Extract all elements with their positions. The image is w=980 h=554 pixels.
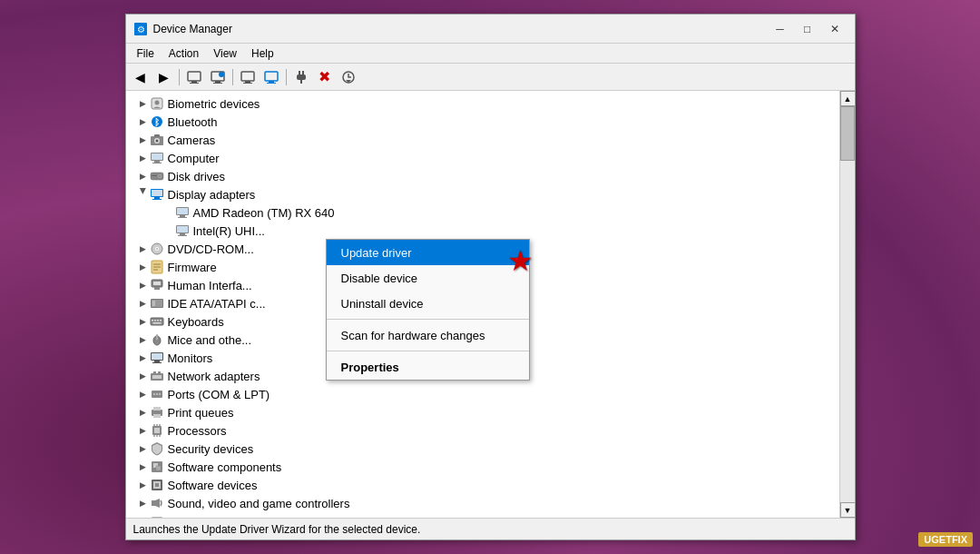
tree-item-intel[interactable]: Intel(R) UHI... [126,222,839,240]
expand-arrow-computer: ▶ [137,153,150,163]
human-label: Human Interfa... [168,279,252,292]
svg-rect-29 [152,153,162,160]
mice-label: Mice and othe... [168,333,252,347]
ctx-properties-label: Properties [341,361,399,374]
expand-arrow-softcomp: ▶ [137,462,150,471]
svg-point-34 [159,175,161,177]
toolbar-btn-monitor2[interactable] [260,67,282,87]
toolbar-btn-plug[interactable] [290,67,312,87]
svg-rect-72 [154,361,160,362]
scroll-thumb[interactable] [840,106,855,161]
security-icon [150,441,164,456]
tree-item-print[interactable]: ▶ Print queues [126,403,839,421]
tree-item-sound[interactable]: ▶ Sound, video and game controllers [126,494,839,512]
watermark-text: UGETFIX [924,534,967,545]
svg-rect-46 [180,233,185,235]
tree-item-processors[interactable]: ▶ Processors [126,421,839,440]
svg-rect-84 [153,414,161,418]
toolbar-separator-2 [232,69,233,85]
close-button[interactable]: ✕ [822,20,848,38]
tree-item-softdev[interactable]: ▶ Software devices [126,476,839,494]
svg-point-80 [156,393,158,395]
svg-point-81 [159,393,161,395]
tree-item-biometric[interactable]: ▶ Biometric devices [126,94,839,113]
toolbar-btn-monitor[interactable] [237,67,259,87]
ctx-uninstall-device-label: Uninstall device [341,297,424,311]
expand-arrow-biometric: ▶ [137,99,150,108]
svg-rect-95 [156,466,161,470]
tree-item-cameras[interactable]: ▶ Cameras [126,131,839,149]
diskdrives-label: Disk drives [168,170,226,183]
biometric-label: Biometric devices [168,97,260,111]
expand-arrow-bluetooth: ▶ [137,117,150,126]
scroll-up-button[interactable]: ▲ [840,91,855,106]
tree-item-amd[interactable]: AMD Radeon (TM) RX 640 [126,203,839,222]
expand-arrow-network: ▶ [137,371,150,381]
svg-text:⚙: ⚙ [136,25,144,35]
scroll-track[interactable] [840,106,855,502]
expand-arrow-security: ▶ [137,444,150,453]
svg-rect-38 [154,197,160,199]
tree-item-security[interactable]: ▶ Security devices [126,440,839,458]
svg-rect-12 [265,72,278,81]
expand-arrow-ide: ▶ [137,299,150,308]
scroll-down-button[interactable]: ▼ [840,502,855,518]
expand-arrow-print: ▶ [137,408,150,417]
ports-label: Ports (COM & LPT) [168,388,270,401]
tree-item-bluetooth[interactable]: ▶ ᛒ Bluetooth [126,113,839,131]
svg-rect-3 [191,81,197,83]
expand-arrow-dvd: ▶ [137,244,150,253]
ctx-uninstall-device[interactable]: Uninstall device [327,291,529,316]
menu-action[interactable]: Action [162,45,206,62]
firmware-icon [150,260,164,274]
sound-icon [150,496,164,510]
softdev-label: Software devices [168,479,258,492]
svg-point-21 [154,101,159,105]
tree-item-storage[interactable]: ▶ Storage controllers [126,512,839,518]
print-label: Print queues [168,406,234,420]
network-icon [150,369,164,383]
maximize-button[interactable]: □ [795,20,820,38]
forward-button[interactable]: ▶ [153,67,175,87]
back-button[interactable]: ◀ [130,67,152,87]
menu-help[interactable]: Help [244,45,281,62]
toolbar-btn-update[interactable] [338,67,359,87]
tree-item-softcomp[interactable]: ▶ Software components [126,458,839,476]
svg-rect-71 [152,353,162,360]
svg-rect-99 [152,500,155,506]
softcomp-icon [150,460,164,474]
svg-rect-18 [300,80,302,84]
minimize-button[interactable]: ─ [768,20,793,38]
toolbar-btn-remove[interactable]: ✖ [314,67,336,87]
expand-arrow-softdev: ▶ [137,480,150,490]
svg-point-79 [153,393,155,395]
svg-rect-63 [154,320,156,322]
expand-arrow-cameras: ▶ [137,135,150,144]
tree-item-ports[interactable]: ▶ Ports (COM & LPT) [126,385,839,403]
expand-arrow-monitors: ▶ [137,353,150,362]
menu-file[interactable]: File [130,45,162,62]
ctx-scan-hardware[interactable]: Scan for hardware changes [327,322,529,348]
tree-item-display[interactable]: ▶ Display adapters [126,185,839,203]
tree-item-computer[interactable]: ▶ Computer [126,149,839,167]
tree-area: ▶ Biometric devices ▶ ᛒ Bluetooth ▶ [126,91,839,518]
ctx-update-driver[interactable]: Update driver [327,240,529,265]
svg-rect-76 [153,371,156,374]
toolbar-btn-2[interactable] [207,67,229,87]
ctx-disable-device[interactable]: Disable device [327,265,529,291]
softcomp-label: Software components [168,460,282,474]
toolbar-btn-1[interactable] [183,67,205,87]
ctx-properties[interactable]: Properties [327,354,529,380]
svg-rect-75 [152,375,162,379]
svg-rect-30 [154,161,160,163]
svg-text:ᛒ: ᛒ [154,117,160,127]
svg-rect-42 [180,215,185,217]
svg-rect-73 [152,362,162,363]
svg-rect-41 [177,208,188,214]
svg-rect-43 [178,217,187,218]
ide-icon [150,296,164,311]
tree-item-diskdrives[interactable]: ▶ Disk drives [126,167,839,185]
network-label: Network adapters [168,370,260,383]
scrollbar[interactable]: ▲ ▼ [839,91,855,518]
menu-view[interactable]: View [206,45,244,62]
